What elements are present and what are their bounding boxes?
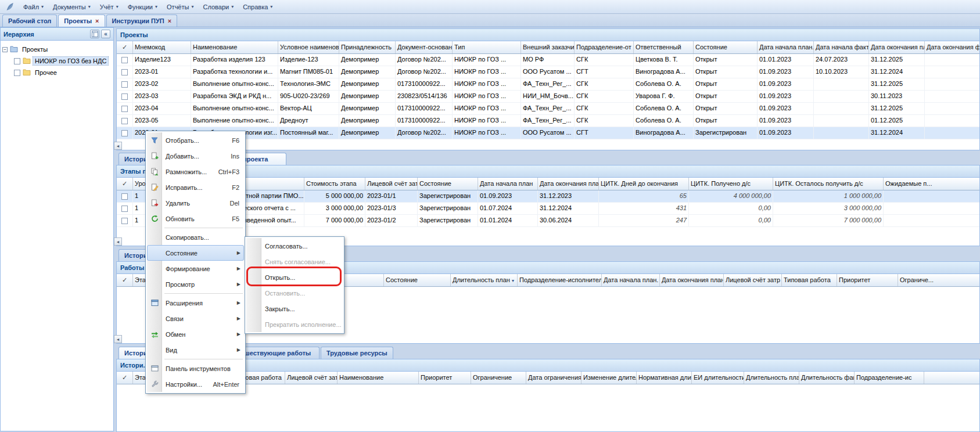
- table-row[interactable]: 1Изготовление и поставка опытной партии …: [117, 190, 979, 203]
- table-row[interactable]: 2023-04Выполнение опытно-конс...Вектор-А…: [117, 103, 979, 115]
- submenu-item-close[interactable]: Закрыть...: [246, 301, 343, 316]
- row-checkbox[interactable]: [121, 118, 128, 124]
- tree-node-checkbox[interactable]: [14, 70, 20, 76]
- submenu-item-open[interactable]: Открыть...: [246, 269, 343, 285]
- column-header[interactable]: Приоритет: [419, 372, 471, 384]
- column-header[interactable]: Дата окончания пл: [869, 41, 925, 53]
- table-row[interactable]: 1Проведение испытаний произведенной опыт…: [117, 215, 979, 227]
- tab-labor-resources[interactable]: Трудовые ресурсы: [321, 347, 393, 359]
- menubar-item-dictionaries[interactable]: Словари▾: [198, 2, 238, 12]
- menu-item-settings[interactable]: Настройки... Alt+Enter: [147, 376, 244, 392]
- column-header[interactable]: Наименование: [338, 372, 419, 384]
- column-header[interactable]: Мнемокод: [133, 41, 191, 53]
- column-header[interactable]: Дата начала план.: [602, 274, 660, 286]
- column-header[interactable]: [924, 372, 980, 384]
- column-header[interactable]: Дата окончания план: [660, 274, 724, 286]
- menubar-item-reports[interactable]: Отчёты▾: [162, 2, 198, 12]
- table-row[interactable]: Изделие123Разработка изделия 123Изделие-…: [117, 54, 979, 66]
- row-checkbox[interactable]: [121, 218, 128, 224]
- table-row[interactable]: 2023-01Разработка технологии изг...Посто…: [117, 127, 979, 139]
- column-header[interactable]: Лицевой счёт затр: [285, 372, 338, 384]
- column-header[interactable]: Изменение длител: [581, 372, 637, 384]
- menu-item-refresh[interactable]: Обновить F5: [147, 211, 244, 226]
- row-checkbox[interactable]: [121, 130, 128, 136]
- menu-item-extensions[interactable]: Расширения ▶: [147, 295, 244, 311]
- tree-expander-icon[interactable]: −: [2, 47, 8, 52]
- menu-item-copy[interactable]: Скопировать...: [147, 229, 244, 245]
- menu-item-filter[interactable]: Отобрать... F6: [147, 132, 244, 148]
- menu-item-toolbar[interactable]: Панель инструментов: [147, 361, 244, 376]
- column-header[interactable]: Стоимость этапа: [304, 178, 365, 190]
- menu-item-links[interactable]: Связи ▶: [147, 311, 244, 326]
- close-icon[interactable]: ×: [95, 17, 99, 24]
- tree-node-niokr-goz[interactable]: НИОКР по ГОЗ без НДС: [2, 55, 112, 67]
- menu-item-view[interactable]: Просмотр ▶: [147, 276, 244, 292]
- select-all-column-header[interactable]: ✓: [117, 41, 133, 53]
- column-header[interactable]: Нормативная длит: [637, 372, 692, 384]
- table-row[interactable]: 2023-02Выполнение опытно-конс...Технолог…: [117, 78, 979, 91]
- hscroll-left-arrow[interactable]: ◄: [114, 142, 122, 150]
- column-header[interactable]: Дата начала факт: [814, 41, 869, 53]
- select-all-column-header[interactable]: ✓: [117, 178, 133, 190]
- menu-item-formation[interactable]: Формирование ▶: [147, 261, 244, 276]
- column-header[interactable]: Условное наименова: [278, 41, 339, 53]
- select-all-column-header[interactable]: ✓: [117, 274, 133, 286]
- column-header[interactable]: Дата окончания план: [538, 178, 599, 190]
- column-header[interactable]: Дата начала план: [478, 178, 538, 190]
- column-header[interactable]: Принадлежность: [339, 41, 396, 53]
- column-header[interactable]: Приоритет: [837, 274, 898, 286]
- column-header[interactable]: Дата начала план.: [758, 41, 814, 53]
- column-header[interactable]: Длительность пла: [744, 372, 799, 384]
- column-header[interactable]: Документ-основан: [396, 41, 453, 53]
- column-header[interactable]: Внешний заказчик: [521, 41, 575, 53]
- menu-item-status[interactable]: Состояние ▶: [147, 245, 244, 261]
- menu-item-edit[interactable]: Исправить... F2: [147, 179, 244, 195]
- close-icon[interactable]: ×: [168, 17, 171, 24]
- row-checkbox[interactable]: [121, 81, 128, 88]
- menu-item-exchange[interactable]: Обмен ▶: [147, 326, 244, 342]
- column-header[interactable]: Ответственный: [634, 41, 694, 53]
- tree-node-checkbox[interactable]: [14, 58, 20, 64]
- menubar-item-documents[interactable]: Документы▾: [48, 2, 95, 12]
- column-header[interactable]: Ограничение: [471, 372, 526, 384]
- column-header[interactable]: ЕИ длительности: [692, 372, 744, 384]
- menubar-item-functions[interactable]: Функции▾: [123, 2, 162, 12]
- column-header[interactable]: Состояние: [694, 41, 758, 53]
- select-all-column-header[interactable]: ✓: [117, 372, 133, 384]
- row-checkbox[interactable]: [121, 57, 128, 63]
- column-header[interactable]: Тип: [453, 41, 521, 53]
- layout-tool-icon[interactable]: [90, 30, 99, 38]
- menubar-item-file[interactable]: Файл▾: [19, 2, 48, 12]
- tab-projects[interactable]: Проекты×: [58, 15, 105, 27]
- column-header[interactable]: Подразделение-от: [575, 41, 634, 53]
- row-checkbox[interactable]: [121, 193, 128, 200]
- column-header[interactable]: ЦИТК. Получено д/с: [689, 178, 773, 190]
- collapse-panel-icon[interactable]: «: [101, 30, 110, 38]
- menu-item-delete[interactable]: Удалить Del: [147, 195, 244, 211]
- table-row[interactable]: 2023-05Выполнение опытно-конс...Дредноут…: [117, 115, 979, 127]
- column-header[interactable]: Наименование: [191, 41, 278, 53]
- column-header[interactable]: Ожидаемые п...: [884, 178, 980, 190]
- row-checkbox[interactable]: [121, 93, 128, 100]
- menubar-item-accounting[interactable]: Учёт▾: [95, 2, 123, 12]
- column-header[interactable]: Длительность фак: [799, 372, 855, 384]
- row-checkbox[interactable]: [121, 69, 128, 75]
- row-checkbox[interactable]: [121, 106, 128, 112]
- table-row[interactable]: 1Подготовка итогового технического отчет…: [117, 203, 979, 215]
- hscroll-left-arrow[interactable]: ◄: [114, 335, 122, 343]
- row-checkbox[interactable]: [121, 206, 128, 212]
- hscroll-left-arrow[interactable]: ◄: [114, 237, 122, 246]
- column-header[interactable]: Длительность план▾: [451, 274, 518, 286]
- table-row[interactable]: 2023-03Разработка ЭКД и РКД н...905-U020…: [117, 91, 979, 103]
- column-header[interactable]: ЦИТК. Осталось получить д/с: [773, 178, 884, 190]
- submenu-item-approve[interactable]: Согласовать...: [246, 238, 343, 254]
- column-header[interactable]: Типовая работа: [782, 274, 837, 286]
- tree-node-projects[interactable]: − Проекты: [2, 44, 112, 55]
- column-header[interactable]: Лицевой счёт затрат: [365, 178, 418, 190]
- tab-desktop[interactable]: Рабочий стол: [2, 15, 57, 27]
- tab-pup-instructions[interactable]: Инструкции ПУП×: [106, 15, 178, 27]
- column-header[interactable]: Дата окончания ф: [925, 41, 980, 53]
- menubar-item-help[interactable]: Справка▾: [238, 2, 277, 12]
- tree-node-other[interactable]: Прочее: [2, 67, 112, 78]
- column-header[interactable]: Подразделение-ис: [855, 372, 924, 384]
